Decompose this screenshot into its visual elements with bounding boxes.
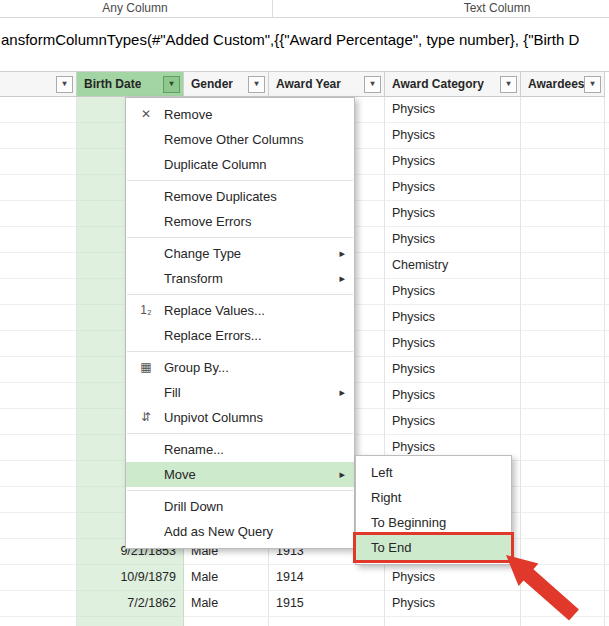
cell-award-category[interactable]: Physics <box>385 331 521 357</box>
column-header-award-year[interactable]: Award Year ▾ <box>269 72 385 97</box>
cell-award-category[interactable]: Physics <box>385 123 521 149</box>
power-query-editor: Any Column Text Column ansformColumnType… <box>0 0 609 626</box>
submenu-item-to-end[interactable]: To End <box>356 535 511 560</box>
cell-index[interactable] <box>0 201 77 227</box>
cell-awardees[interactable] <box>521 175 605 201</box>
cell-index[interactable] <box>0 591 77 617</box>
cell-index[interactable] <box>0 357 77 383</box>
cell-index[interactable] <box>0 175 77 201</box>
cell-awardees[interactable] <box>521 513 605 539</box>
cell-index[interactable] <box>0 565 77 591</box>
cell-index[interactable] <box>0 487 77 513</box>
cell-index[interactable] <box>0 279 77 305</box>
cell-award-year[interactable] <box>269 617 385 626</box>
column-header-award-category[interactable]: Award Category ▾ <box>385 72 521 97</box>
filter-dropdown-button[interactable]: ▾ <box>364 76 381 93</box>
cell-awardees[interactable] <box>521 461 605 487</box>
cell-birth-date[interactable]: 10/9/1879 <box>77 565 184 591</box>
menu-item-label: Group By... <box>164 360 229 375</box>
filter-dropdown-button[interactable]: ▾ <box>163 76 180 93</box>
cell-birth-date[interactable] <box>77 617 184 626</box>
cell-award-category[interactable]: Physics <box>385 201 521 227</box>
submenu-item-left[interactable]: Left <box>356 460 511 485</box>
filter-dropdown-button[interactable]: ▾ <box>56 76 73 93</box>
cell-index[interactable] <box>0 227 77 253</box>
cell-awardees[interactable] <box>521 383 605 409</box>
menu-item-unpivot-columns[interactable]: ⇵Unpivot Columns <box>126 405 354 430</box>
menu-item-remove-duplicates[interactable]: Remove Duplicates <box>126 184 354 209</box>
cell-index[interactable] <box>0 435 77 461</box>
cell-award-category[interactable]: Physics <box>385 227 521 253</box>
column-header-label: Gender <box>191 77 233 91</box>
column-header-blank[interactable]: ▾ <box>0 72 77 97</box>
column-header-birth-date[interactable]: Birth Date ▾ <box>77 72 184 97</box>
cell-index[interactable] <box>0 539 77 565</box>
cell-index[interactable] <box>0 513 77 539</box>
cell-award-category[interactable]: Physics <box>385 357 521 383</box>
menu-item-move[interactable]: Move▸ <box>126 462 354 487</box>
cell-index[interactable] <box>0 253 77 279</box>
column-header-awardees[interactable]: Awardees ▾ <box>521 72 605 97</box>
menu-item-duplicate-column[interactable]: Duplicate Column <box>126 152 354 177</box>
formula-bar[interactable]: ansformColumnTypes(#"Added Custom",{{"Aw… <box>0 18 609 72</box>
cell-awardees[interactable] <box>521 357 605 383</box>
cell-index[interactable] <box>0 383 77 409</box>
cell-index[interactable] <box>0 97 77 123</box>
cell-awardees[interactable] <box>521 487 605 513</box>
formula-input[interactable]: ansformColumnTypes(#"Added Custom",{{"Aw… <box>1 31 609 48</box>
submenu-item-to-beginning[interactable]: To Beginning <box>356 510 511 535</box>
menu-item-drill-down[interactable]: Drill Down <box>126 494 354 519</box>
cell-awardees[interactable] <box>521 253 605 279</box>
cell-awardees[interactable] <box>521 201 605 227</box>
cell-birth-date[interactable]: 7/2/1862 <box>77 591 184 617</box>
cell-awardees[interactable] <box>521 409 605 435</box>
column-header-label: Award Year <box>276 77 341 91</box>
submenu-item-right[interactable]: Right <box>356 485 511 510</box>
cell-awardees[interactable] <box>521 279 605 305</box>
menu-item-group-by[interactable]: ▦Group By... <box>126 355 354 380</box>
cell-awardees[interactable] <box>521 97 605 123</box>
menu-item-add-as-new-query[interactable]: Add as New Query <box>126 519 354 544</box>
menu-item-rename[interactable]: Rename... <box>126 437 354 462</box>
cell-awardees[interactable] <box>521 123 605 149</box>
cell-index[interactable] <box>0 409 77 435</box>
column-header-gender[interactable]: Gender ▾ <box>184 72 269 97</box>
menu-item-remove-other-columns[interactable]: Remove Other Columns <box>126 127 354 152</box>
filter-dropdown-icon: ▾ <box>254 80 258 88</box>
menu-item-transform[interactable]: Transform▸ <box>126 266 354 291</box>
menu-item-remove[interactable]: ✕Remove <box>126 102 354 127</box>
cell-awardees[interactable] <box>521 305 605 331</box>
cell-award-category[interactable]: Physics <box>385 175 521 201</box>
cell-award-year[interactable]: 1915 <box>269 591 385 617</box>
cell-index[interactable] <box>0 617 77 626</box>
menu-item-replace-errors[interactable]: Replace Errors... <box>126 323 354 348</box>
cell-index[interactable] <box>0 149 77 175</box>
cell-award-category[interactable]: Physics <box>385 279 521 305</box>
filter-dropdown-button[interactable]: ▾ <box>584 76 601 93</box>
cell-gender[interactable]: Male <box>184 591 269 617</box>
filter-dropdown-button[interactable]: ▾ <box>500 76 517 93</box>
cell-index[interactable] <box>0 461 77 487</box>
cell-index[interactable] <box>0 305 77 331</box>
cell-award-category[interactable]: Physics <box>385 97 521 123</box>
cell-awardees[interactable] <box>521 331 605 357</box>
cell-award-category[interactable]: Physics <box>385 409 521 435</box>
menu-item-remove-errors[interactable]: Remove Errors <box>126 209 354 234</box>
menu-item-fill[interactable]: Fill▸ <box>126 380 354 405</box>
menu-item-change-type[interactable]: Change Type▸ <box>126 241 354 266</box>
cell-spacer <box>605 591 609 617</box>
cell-award-category[interactable]: Physics <box>385 305 521 331</box>
cell-awardees[interactable] <box>521 149 605 175</box>
cell-awardees[interactable] <box>521 227 605 253</box>
cell-award-year[interactable]: 1914 <box>269 565 385 591</box>
cell-gender[interactable] <box>184 617 269 626</box>
cell-gender[interactable]: Male <box>184 565 269 591</box>
cell-award-category[interactable]: Chemistry <box>385 253 521 279</box>
cell-index[interactable] <box>0 123 77 149</box>
cell-index[interactable] <box>0 331 77 357</box>
filter-dropdown-button[interactable]: ▾ <box>248 76 265 93</box>
cell-award-category[interactable]: Physics <box>385 149 521 175</box>
cell-award-category[interactable]: Physics <box>385 383 521 409</box>
menu-item-replace-values[interactable]: 1₂Replace Values... <box>126 298 354 323</box>
cell-awardees[interactable] <box>521 435 605 461</box>
